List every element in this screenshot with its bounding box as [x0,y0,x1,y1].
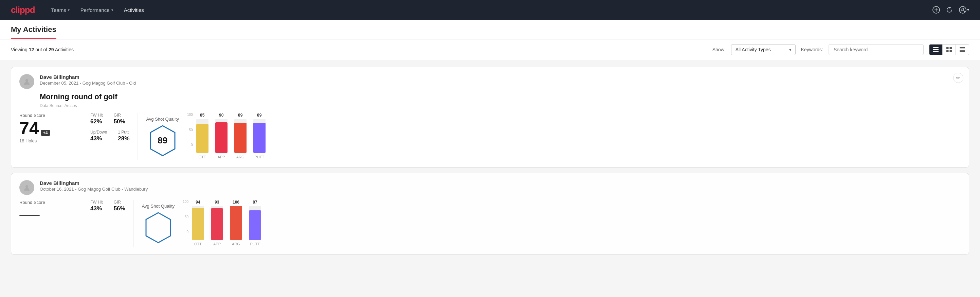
bar2-arg-value: 106 [232,200,239,204]
nav-activities-label: Activities [124,7,144,13]
svg-rect-9 [950,47,952,49]
bar-arg: 89 ARG [234,113,247,159]
activity-card-2: Dave Billingham October 16, 2021 - Gog M… [11,173,969,254]
grid-view-button[interactable] [942,45,956,55]
bar2-app-label: APP [213,242,221,246]
user-profile-icon[interactable]: ▾ [959,6,969,14]
fw-hit-label: FW Hit [90,113,103,118]
fw-hit-stat: FW Hit 62% [90,113,103,125]
activity-type-select[interactable]: All Activity Types [731,44,795,55]
one-putt-stat: 1 Putt 28% [118,130,129,142]
viewing-count: 12 [29,47,34,52]
avg-shot-quality-label-2: Avg Shot Quality [142,204,175,209]
list-detail-view-button[interactable] [956,45,969,55]
bar-app-fill [215,122,228,153]
bar2-ott: 94 OTT [192,200,204,246]
avg-shot-quality-label: Avg Shot Quality [146,117,179,121]
bar-app-value: 90 [219,113,223,118]
divider3 [82,200,82,248]
add-icon[interactable] [932,6,940,14]
nav-activities[interactable]: Activities [124,6,144,14]
one-putt-value: 28% [118,135,129,142]
bar2-putt: 87 PUTT [249,200,261,246]
score-placeholder [19,206,60,224]
profile-chevron-icon: ▾ [967,8,969,12]
bar2-app: 93 APP [211,200,223,246]
logo[interactable]: clippd [11,5,35,15]
hex-score-value: 89 [158,135,167,146]
bar-chart: 85 OTT 90 APP [196,113,266,160]
card-meta: Dave Billingham December 05, 2021 - Gog … [40,74,961,86]
bar-ott-fill [196,124,208,153]
divider [82,113,82,160]
activity-type-select-wrapper[interactable]: All Activity Types [731,44,795,55]
svg-point-4 [962,8,964,10]
refresh-icon[interactable] [946,6,953,13]
data-source: Data Source: Arccos [40,103,961,108]
stats-top-row-2: FW Hit 43% GIR 56% [90,200,125,212]
bar2-ott-value: 94 [196,200,200,204]
list-compact-view-button[interactable] [929,45,942,55]
bar2-app-value: 93 [215,200,219,204]
svg-rect-7 [933,51,939,52]
nav-teams[interactable]: Teams ▾ [51,6,70,14]
chart-y-axis: 100 50 0 [187,113,194,147]
activity-date-2: October 16, 2021 - Gog Magog Golf Club -… [40,187,961,192]
bar2-app-fill [211,208,223,240]
viewing-prefix: Viewing [11,47,29,52]
bar-putt-fill [253,123,266,153]
svg-rect-11 [950,50,952,53]
stats-grid: FW Hit 62% GIR 50% Up/Down 43% 1 Putt [90,113,129,142]
bar-ott: 85 OTT [196,113,208,159]
y-label-100: 100 [187,113,193,117]
card2-header: Dave Billingham October 16, 2021 - Gog M… [19,180,961,195]
bar-putt: 89 PUTT [253,113,266,159]
bar2-arg-track [230,206,242,240]
bar-app: 90 APP [215,113,228,159]
bar2-arg-label: ARG [232,242,240,246]
fw-hit-label-2: FW Hit [90,200,103,204]
bar-arg-fill [234,123,247,153]
hexagon: 89 [148,125,177,157]
round-score-label-2: Round Score [19,200,60,205]
fw-hit-value-2: 43% [90,205,103,212]
nav-performance[interactable]: Performance ▾ [81,6,113,14]
activity-title: Morning round of golf [40,93,961,101]
page-header: My Activities [0,20,980,40]
updown-value: 43% [90,135,107,142]
score-dash [19,215,40,216]
svg-rect-6 [933,49,939,50]
hex-score-wrap: 89 [146,125,179,157]
teams-chevron-icon: ▾ [68,8,70,12]
viewing-suffix: Activities [54,47,74,52]
svg-rect-13 [959,49,965,49]
stats-grid-2: FW Hit 43% GIR 56% [90,200,125,212]
bar2-putt-track [249,206,261,240]
updown-label: Up/Down [90,130,107,134]
chart-y-axis-2: 100 50 0 [183,200,190,234]
bar2-putt-value: 87 [253,200,257,204]
activities-list: ✏ Dave Billingham December 05, 2021 - Go… [0,60,980,267]
show-label: Show: [713,47,725,52]
bar2-app-track [211,206,223,240]
svg-point-16 [25,79,28,82]
card-header: Dave Billingham December 05, 2021 - Gog … [19,74,961,89]
one-putt-label: 1 Putt [118,130,129,134]
performance-chevron-icon: ▾ [111,8,113,12]
edit-button[interactable]: ✏ [953,73,963,83]
search-input[interactable] [829,44,924,55]
player-name: Dave Billingham [40,74,961,80]
hex-score-wrap-2 [142,211,175,244]
bar2-arg: 106 ARG [230,200,242,246]
bar-arg-value: 89 [238,113,242,118]
bar-chart-wrapper-2: 100 50 0 94 OTT 93 [183,200,261,248]
gir-value-2: 56% [114,205,125,212]
svg-rect-15 [959,51,965,52]
nav-teams-label: Teams [51,7,66,13]
stats-top-row: FW Hit 62% GIR 50% [90,113,129,125]
bar2-ott-fill [192,208,204,240]
bar2-arg-fill [230,206,242,240]
bar2-putt-label: PUTT [250,242,260,246]
y-label-0-2: 0 [183,230,188,234]
gir-stat-2: GIR 56% [114,200,125,212]
